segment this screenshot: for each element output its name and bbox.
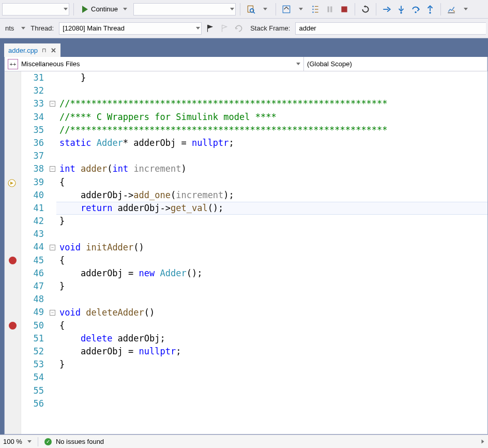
- line-number: 50: [21, 319, 44, 332]
- zoom-selector[interactable]: 100 %: [3, 438, 32, 445]
- cycle-thread-button[interactable]: [233, 22, 245, 35]
- config-dropdown[interactable]: [2, 3, 69, 16]
- fold-toggle[interactable]: −: [50, 245, 55, 250]
- line-number: 53: [21, 358, 44, 371]
- chevron-down-icon: [196, 27, 200, 29]
- stackframe-dropdown[interactable]: adder: [295, 22, 486, 35]
- status-bar: 100 % ✓ No issues found: [0, 435, 488, 448]
- pin-icon[interactable]: ⊓: [42, 47, 47, 54]
- step-over-button[interactable]: [409, 3, 422, 16]
- code-line[interactable]: adderObj = nullptr;: [59, 345, 181, 358]
- svg-point-4: [312, 6, 314, 7]
- step-out-button[interactable]: [424, 3, 436, 16]
- code-line[interactable]: //**************************************…: [59, 97, 388, 110]
- debug-location-toolbar: nts Thread: [12080] Main Thread Stack Fr…: [0, 19, 488, 38]
- step-into-button[interactable]: [395, 3, 407, 16]
- code-line[interactable]: {: [59, 319, 65, 332]
- code-line[interactable]: }: [59, 280, 65, 293]
- line-number: 31: [21, 71, 44, 84]
- restart-button[interactable]: [359, 3, 372, 16]
- chevron-down-icon: [464, 8, 468, 10]
- code-line[interactable]: delete adderObj;: [59, 332, 165, 345]
- line-number: 35: [21, 124, 44, 137]
- line-number-gutter: 3132333435363738394041424344454647484950…: [21, 71, 49, 434]
- navigation-bar: ++ Miscellaneous Files (Global Scope): [5, 57, 487, 71]
- code-line[interactable]: adderObj = new Adder();: [59, 267, 202, 280]
- line-number: 36: [21, 137, 44, 150]
- separator: [38, 437, 38, 446]
- symbol-scope-dropdown[interactable]: (Global Scope): [304, 57, 487, 71]
- show-next-statement-button[interactable]: [380, 3, 393, 16]
- line-number: 38: [21, 162, 44, 175]
- thread-value: [12080] Main Thread: [63, 24, 125, 32]
- line-number: 49: [21, 306, 44, 319]
- line-number: 39: [21, 176, 44, 189]
- code-line[interactable]: {: [59, 176, 65, 189]
- svg-point-15: [400, 12, 402, 13]
- svg-rect-10: [328, 6, 329, 12]
- code-line[interactable]: static Adder* adderObj = nullptr;: [59, 137, 234, 150]
- stackframe-value: adder: [299, 24, 316, 32]
- code-line[interactable]: return adderObj->get_val();: [59, 202, 223, 215]
- fold-toggle[interactable]: −: [50, 101, 55, 107]
- dropdown-toggle[interactable]: [259, 3, 271, 16]
- code-line[interactable]: void initAdder(): [59, 241, 144, 254]
- line-number: 48: [21, 293, 44, 306]
- separator: [355, 3, 355, 16]
- chevron-down-icon: [296, 63, 300, 65]
- code-line[interactable]: int adder(int increment): [59, 162, 187, 175]
- line-number: 33: [21, 97, 44, 110]
- pause-button[interactable]: [324, 3, 336, 16]
- target-dropdown[interactable]: [133, 3, 236, 16]
- fold-toggle[interactable]: −: [50, 166, 55, 172]
- svg-rect-12: [341, 6, 347, 12]
- svg-rect-11: [330, 6, 332, 12]
- play-icon: [82, 6, 88, 13]
- flag-thread-button[interactable]: [204, 22, 216, 35]
- find-in-files-button[interactable]: [245, 3, 257, 16]
- scope-left-label: Miscellaneous Files: [21, 60, 80, 68]
- home-button[interactable]: [280, 3, 293, 16]
- show-flagged-button[interactable]: [218, 22, 231, 35]
- code-area[interactable]: 3132333435363738394041424344454647484950…: [5, 71, 487, 434]
- continue-label: Continue: [91, 5, 118, 13]
- code-content[interactable]: }//*************************************…: [56, 71, 487, 434]
- cpp-project-icon: ++: [8, 59, 18, 69]
- thread-label: Thread:: [27, 24, 57, 32]
- glyph-margin[interactable]: [5, 71, 21, 434]
- code-line[interactable]: void deleteAdder(): [59, 306, 155, 319]
- close-tab-button[interactable]: ✕: [51, 47, 56, 54]
- code-line[interactable]: //**** C Wrappers for Simulink model ***…: [59, 111, 277, 124]
- current-statement-icon[interactable]: [8, 178, 17, 191]
- breakpoint-icon[interactable]: [9, 257, 17, 264]
- fold-toggle[interactable]: −: [50, 310, 55, 316]
- chevron-down-icon: [263, 8, 267, 10]
- project-scope-dropdown[interactable]: ++ Miscellaneous Files: [5, 57, 304, 71]
- separator: [240, 3, 240, 16]
- code-line[interactable]: }: [59, 215, 65, 228]
- code-line[interactable]: adderObj->add_one(increment);: [59, 189, 234, 202]
- chevron-left-icon[interactable]: [482, 440, 484, 444]
- code-line[interactable]: //**************************************…: [59, 124, 388, 137]
- code-line[interactable]: }: [59, 358, 65, 371]
- folding-gutter[interactable]: −−−−: [49, 71, 56, 434]
- scope-right-label: (Global Scope): [307, 60, 352, 68]
- file-tab-adder[interactable]: adder.cpp ⊓ ✕: [4, 43, 60, 57]
- show-threads-button[interactable]: [309, 3, 322, 16]
- line-number: 47: [21, 280, 44, 293]
- dropdown-toggle[interactable]: [460, 3, 472, 16]
- line-number: 51: [21, 332, 44, 345]
- stop-button[interactable]: [338, 3, 350, 16]
- chevron-down-icon: [21, 27, 25, 29]
- line-number: 41: [21, 202, 44, 215]
- code-line[interactable]: }: [59, 71, 86, 84]
- continue-button[interactable]: Continue: [78, 3, 131, 16]
- breakpoint-icon[interactable]: [9, 322, 17, 330]
- code-line[interactable]: {: [59, 254, 65, 267]
- dropdown-toggle[interactable]: [295, 3, 307, 16]
- issues-label: No issues found: [56, 438, 104, 445]
- intellitrace-button[interactable]: [445, 3, 457, 16]
- line-number: 40: [21, 189, 44, 202]
- thread-dropdown[interactable]: [12080] Main Thread: [59, 22, 202, 35]
- svg-line-2: [253, 11, 255, 13]
